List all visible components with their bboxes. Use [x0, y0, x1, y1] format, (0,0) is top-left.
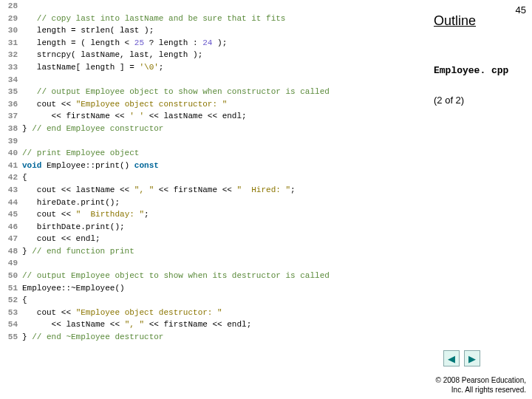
line-number: 55	[0, 331, 18, 344]
code-token: }	[22, 331, 32, 344]
code-token: << firstName << endl;	[144, 318, 251, 331]
code-line: 47 cout << endl;	[0, 233, 425, 245]
copyright-notice: © 2008 Pearson Education, Inc. All right…	[436, 375, 526, 395]
code-token: birthDate.print();	[22, 221, 125, 233]
code-line: 53 cout << "Employee object destructor: …	[0, 307, 425, 319]
line-number: 31	[0, 37, 18, 50]
code-token: "Employee object constructor: "	[76, 98, 228, 111]
code-token: << lastName <<	[22, 318, 125, 331]
side-panel: 45 Outline Employee. cpp (2 of 2)	[425, 0, 532, 399]
code-line: 34	[0, 74, 425, 86]
code-token: ", "	[134, 184, 154, 197]
code-token: << firstName <<	[154, 184, 236, 197]
line-number: 37	[0, 110, 18, 123]
code-token: cout <<	[22, 307, 76, 319]
line-number: 54	[0, 318, 18, 331]
line-number: 40	[0, 147, 18, 160]
next-slide-button[interactable]: ▶	[464, 350, 480, 366]
code-token: '\0'	[139, 61, 158, 74]
line-number: 49	[0, 257, 18, 270]
slide-nav: ◀ ▶	[443, 350, 480, 366]
code-token: Employee::~Employee()	[22, 282, 125, 295]
code-line: 44 hireDate.print();	[0, 197, 425, 209]
line-number: 33	[0, 61, 18, 74]
line-number: 36	[0, 98, 18, 111]
code-token: 24	[202, 37, 212, 50]
code-line: 43 cout << lastName << ", " << firstName…	[0, 184, 425, 197]
copyright-line-2: Inc. All rights reserved.	[436, 385, 526, 395]
code-token: }	[22, 123, 32, 135]
line-number: 42	[0, 171, 18, 184]
code-token: length = ( length <	[22, 37, 134, 50]
line-number: 43	[0, 184, 18, 197]
code-line: 37 << firstName << ' ' << lastName << en…	[0, 110, 425, 123]
code-line: 33 lastName[ length ] = '\0';	[0, 61, 425, 74]
code-token: // print Employee object	[22, 147, 139, 160]
line-number: 46	[0, 221, 18, 233]
line-number: 35	[0, 86, 18, 98]
code-token: 25	[134, 37, 144, 50]
source-filename: Employee. cpp	[434, 65, 508, 76]
code-token: // output Employee object to show when i…	[22, 270, 330, 282]
code-line: 42{	[0, 171, 425, 184]
code-token: // end ~Employee destructor	[32, 331, 163, 344]
code-line: 32 strncpy( lastName, last, length );	[0, 49, 425, 61]
page-number: 45	[516, 4, 526, 16]
code-token: // copy last into lastName and be sure t…	[37, 13, 286, 25]
code-token: const	[134, 160, 159, 172]
prev-slide-button[interactable]: ◀	[443, 350, 460, 366]
code-panel: 2829 // copy last into lastName and be s…	[0, 0, 425, 347]
code-line: 41void Employee::print() const	[0, 160, 425, 172]
code-token: lastName[ length ] =	[22, 61, 139, 74]
line-number: 45	[0, 208, 18, 221]
code-token: hireDate.print();	[22, 197, 120, 209]
code-token: ;	[144, 208, 149, 221]
line-number: 39	[0, 135, 18, 148]
code-token: Employee::print()	[41, 160, 134, 172]
code-line: 35 // output Employee object to show whe…	[0, 86, 425, 98]
line-number: 52	[0, 294, 18, 307]
line-number: 34	[0, 74, 18, 86]
code-line: 48} // end function print	[0, 245, 425, 258]
line-number: 50	[0, 270, 18, 282]
code-line: 54 << lastName << ", " << firstName << e…	[0, 318, 425, 331]
line-number: 41	[0, 160, 18, 172]
line-number: 28	[0, 0, 18, 13]
code-line: 49	[0, 257, 425, 270]
code-token: // end Employee constructor	[32, 123, 163, 135]
code-token: cout <<	[22, 98, 76, 111]
code-token: ? length :	[144, 37, 202, 50]
code-token: // end function print	[32, 245, 134, 258]
code-token: cout << endl;	[22, 233, 100, 245]
line-number: 29	[0, 13, 18, 25]
code-token: cout <<	[22, 208, 76, 221]
line-number: 44	[0, 197, 18, 209]
code-line: 36 cout << "Employee object constructor:…	[0, 98, 425, 111]
part-indicator: (2 of 2)	[434, 95, 464, 106]
outline-heading: Outline	[434, 13, 476, 29]
code-line: 52{	[0, 294, 425, 307]
line-number: 47	[0, 233, 18, 245]
line-number: 51	[0, 282, 18, 295]
prev-icon: ◀	[448, 353, 455, 364]
code-line: 50// output Employee object to show when…	[0, 270, 425, 282]
code-line: 28	[0, 0, 425, 13]
code-token: void	[22, 160, 41, 172]
code-token: length = strlen( last );	[22, 24, 154, 37]
code-token: // output Employee object to show when c…	[37, 86, 330, 98]
code-token: {	[22, 171, 27, 184]
code-line: 38} // end Employee constructor	[0, 123, 425, 135]
copyright-line-1: © 2008 Pearson Education,	[436, 375, 526, 385]
code-token: strncpy( lastName, last, length );	[22, 49, 202, 61]
code-token: << firstName <<	[22, 110, 129, 123]
line-number: 30	[0, 24, 18, 37]
line-number: 53	[0, 307, 18, 319]
code-token: {	[22, 294, 27, 307]
line-number: 48	[0, 245, 18, 258]
code-line: 39	[0, 135, 425, 148]
code-line: 55} // end ~Employee destructor	[0, 331, 425, 344]
code-token: << lastName << endl;	[144, 110, 247, 123]
code-token: ", "	[125, 318, 144, 331]
code-line: 45 cout << " Birthday: ";	[0, 208, 425, 221]
code-token: " Birthday: "	[76, 208, 144, 221]
